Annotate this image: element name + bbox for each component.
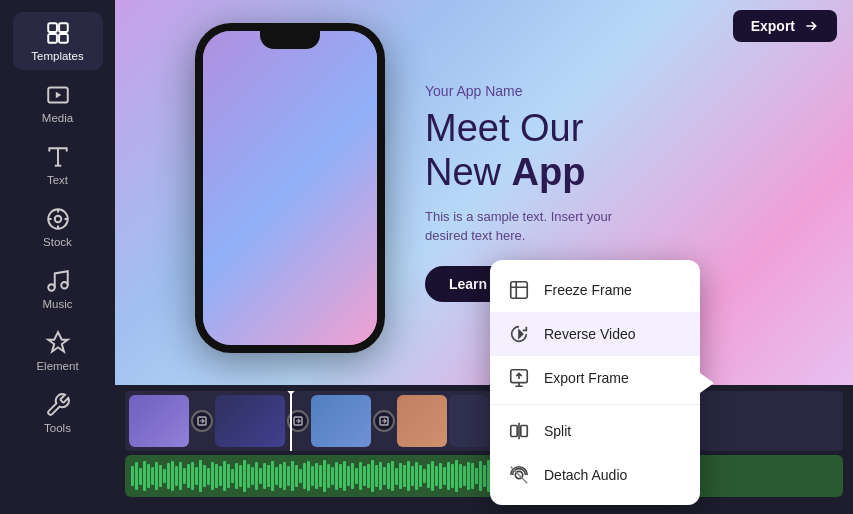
wave-bar: [251, 467, 254, 486]
wave-bar: [471, 463, 474, 488]
wave-bar: [331, 467, 334, 485]
timeline-clips: [125, 391, 843, 451]
clip-4[interactable]: [397, 395, 447, 447]
wave-bar: [343, 461, 346, 491]
wave-bar: [479, 461, 482, 490]
transition-1[interactable]: [191, 410, 213, 432]
wave-bar: [431, 461, 434, 491]
audio-track: [125, 455, 843, 497]
wave-bar: [395, 468, 398, 485]
wave-bar: [391, 461, 394, 490]
ad-headline-line2: New: [425, 151, 501, 193]
sidebar-item-media[interactable]: Media: [13, 74, 103, 132]
ad-headline: Meet Our New App: [425, 107, 625, 194]
menu-item-detach-audio[interactable]: Detach Audio: [490, 453, 700, 497]
wave-bar: [379, 462, 382, 490]
wave-bar: [179, 462, 182, 489]
wave-bar: [351, 463, 354, 489]
clip-1[interactable]: [129, 395, 189, 447]
phone-frame: [195, 23, 385, 353]
wave-bar: [423, 469, 426, 484]
wave-bar: [143, 461, 146, 492]
svg-rect-15: [521, 426, 527, 437]
wave-bar: [267, 465, 270, 487]
wave-bar: [239, 465, 242, 486]
wave-bar: [303, 463, 306, 488]
ad-headline-line1: Meet Our: [425, 107, 583, 149]
wave-bar: [435, 466, 438, 486]
wave-bar: [135, 462, 138, 489]
media-icon: [45, 82, 71, 108]
wave-bar: [167, 463, 170, 489]
clip-5[interactable]: [449, 395, 489, 447]
wave-bar: [247, 464, 250, 487]
wave-bar: [231, 469, 234, 483]
wave-bar: [367, 464, 370, 488]
app-preview: Your App Name Meet Our New App This is a…: [115, 0, 853, 385]
wave-bar: [139, 468, 142, 485]
export-button[interactable]: Export: [733, 10, 837, 42]
video-track: [125, 391, 843, 451]
wave-bar: [483, 465, 486, 487]
phone-mockup: [195, 23, 395, 363]
svg-rect-12: [511, 282, 528, 299]
text-icon: [45, 144, 71, 170]
transition-3[interactable]: [373, 410, 395, 432]
sidebar-item-templates[interactable]: Templates: [13, 12, 103, 70]
wave-bar: [339, 464, 342, 488]
wave-bar: [403, 465, 406, 487]
sidebar-item-element[interactable]: Element: [13, 322, 103, 380]
wave-bar: [187, 464, 190, 488]
wave-bar: [311, 466, 314, 485]
ad-app-name: Your App Name: [425, 83, 625, 99]
wave-bar: [419, 465, 422, 486]
sidebar-item-tools[interactable]: Tools: [13, 384, 103, 442]
menu-item-split[interactable]: Split: [490, 409, 700, 453]
wave-bar: [259, 468, 262, 484]
menu-item-freeze-frame[interactable]: Freeze Frame: [490, 268, 700, 312]
wave-bar: [439, 463, 442, 489]
svg-rect-1: [59, 23, 68, 32]
wave-bar: [447, 462, 450, 491]
wave-bar: [287, 466, 290, 486]
menu-arrow: [700, 373, 714, 393]
wave-bar: [207, 468, 210, 485]
phone-screen: [203, 31, 377, 345]
wave-bar: [175, 466, 178, 486]
wave-bar: [359, 462, 362, 491]
clip-2[interactable]: [215, 395, 285, 447]
svg-rect-0: [48, 23, 57, 32]
wave-bar: [475, 468, 478, 484]
svg-rect-14: [511, 426, 517, 437]
svg-rect-3: [59, 34, 68, 43]
wave-bar: [279, 464, 282, 488]
wave-bar: [199, 460, 202, 492]
wave-bar: [211, 462, 214, 489]
main-area: Your App Name Meet Our New App This is a…: [115, 0, 853, 514]
wave-bar: [155, 462, 158, 491]
wave-bar: [427, 464, 430, 488]
wave-bar: [195, 467, 198, 486]
wave-bar: [375, 465, 378, 487]
tools-icon: [45, 392, 71, 418]
clip-3[interactable]: [311, 395, 371, 447]
timeline: [115, 385, 853, 514]
sidebar-item-stock[interactable]: Stock: [13, 198, 103, 256]
sidebar-item-text[interactable]: Text: [13, 136, 103, 194]
wave-bar: [147, 464, 150, 488]
split-icon: [508, 420, 530, 442]
svg-rect-2: [48, 34, 57, 43]
canvas-area: Your App Name Meet Our New App This is a…: [115, 0, 853, 385]
menu-item-reverse-video[interactable]: Reverse Video: [490, 312, 700, 356]
export-frame-icon: [508, 367, 530, 389]
wave-bar: [371, 460, 374, 491]
menu-item-export-frame[interactable]: Export Frame: [490, 356, 700, 400]
wave-bar: [307, 461, 310, 490]
wave-bar: [335, 462, 338, 489]
wave-bar: [455, 460, 458, 493]
wave-bar: [151, 467, 154, 486]
context-menu: Freeze Frame Reverse Video Export Frame: [490, 260, 700, 505]
wave-bar: [467, 462, 470, 490]
sidebar-item-music[interactable]: Music: [13, 260, 103, 318]
wave-bar: [283, 462, 286, 491]
